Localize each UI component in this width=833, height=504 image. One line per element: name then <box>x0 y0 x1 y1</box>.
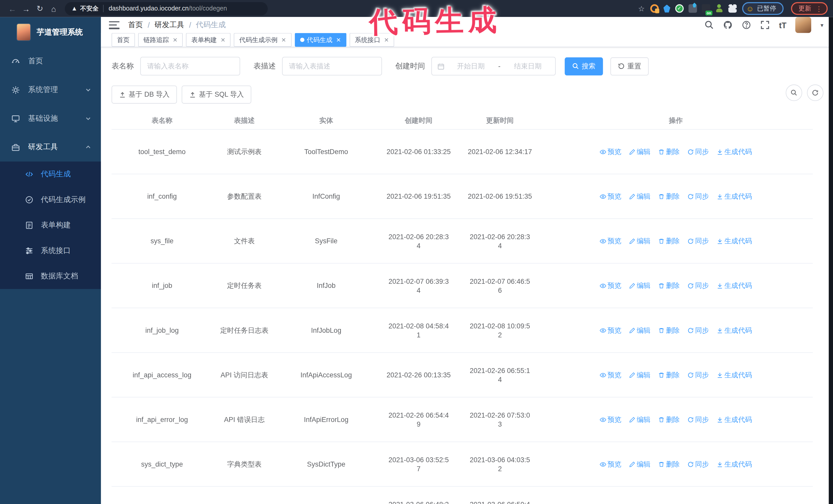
delete-link[interactable]: 删除 <box>658 415 680 424</box>
preview-link[interactable]: 预览 <box>599 281 621 290</box>
user-avatar[interactable] <box>795 17 811 33</box>
search-button[interactable]: 搜索 <box>565 57 603 75</box>
browser-scrollbar[interactable] <box>829 17 833 504</box>
sidebar-item-home[interactable]: 首页 <box>0 47 101 75</box>
sync-link[interactable]: 同步 <box>687 460 709 469</box>
close-icon[interactable]: ✕ <box>173 37 177 43</box>
ext-person-icon[interactable] <box>715 4 723 13</box>
sidebar-item-system-api[interactable]: 系统接口 <box>0 238 101 264</box>
fullscreen-icon[interactable] <box>760 20 770 30</box>
home-icon[interactable]: ⌂ <box>47 4 61 13</box>
refresh-table-button[interactable] <box>807 85 823 101</box>
table-desc-input[interactable]: 请输入表描述 <box>282 57 382 76</box>
trash-icon <box>658 416 664 423</box>
edit-link[interactable]: 编辑 <box>629 460 650 469</box>
delete-link[interactable]: 删除 <box>658 192 680 201</box>
edit-link[interactable]: 编辑 <box>629 370 650 379</box>
browser-update-button[interactable]: 更新 ⋮ <box>791 2 828 15</box>
delete-link[interactable]: 删除 <box>658 236 680 245</box>
import-db-button[interactable]: 基于 DB 导入 <box>112 86 177 103</box>
generate-code-link[interactable]: 生成代码 <box>716 192 752 201</box>
edit-link[interactable]: 编辑 <box>629 326 650 335</box>
github-icon[interactable] <box>723 20 733 30</box>
sidebar-logo[interactable]: 芋道管理系统 <box>0 17 101 47</box>
generate-code-link[interactable]: 生成代码 <box>716 236 752 245</box>
search-icon[interactable] <box>705 20 714 30</box>
sync-link[interactable]: 同步 <box>687 370 709 379</box>
bookmark-star-icon[interactable]: ☆ <box>638 4 645 13</box>
delete-link[interactable]: 删除 <box>658 281 680 290</box>
paused-badge[interactable]: ☺ 已暂停 <box>742 2 784 15</box>
preview-link[interactable]: 预览 <box>599 460 621 469</box>
date-range-picker[interactable]: 开始日期 - 结束日期 <box>431 57 556 76</box>
breadcrumb-home[interactable]: 首页 <box>128 20 143 30</box>
show-search-button[interactable] <box>786 85 802 101</box>
import-sql-button[interactable]: 基于 SQL 导入 <box>182 86 251 103</box>
preview-link[interactable]: 预览 <box>599 370 621 379</box>
ext-on-badge-icon[interactable] <box>701 4 710 13</box>
delete-link[interactable]: 删除 <box>658 460 680 469</box>
download-icon <box>716 238 723 244</box>
edit-link[interactable]: 编辑 <box>629 192 650 201</box>
sync-link[interactable]: 同步 <box>687 236 709 245</box>
preview-link[interactable]: 预览 <box>599 192 621 201</box>
sidebar-item-codegen-example[interactable]: 代码生成示例 <box>0 187 101 213</box>
edit-link[interactable]: 编辑 <box>629 281 650 290</box>
table-name-input[interactable]: 请输入表名称 <box>140 57 240 76</box>
close-icon[interactable]: ✕ <box>281 37 286 43</box>
forward-icon[interactable]: → <box>19 4 33 13</box>
url-bar[interactable]: ▲不安全 dashboard.yudao.iocoder.cn/tool/cod… <box>65 2 268 15</box>
sync-link[interactable]: 同步 <box>687 147 709 156</box>
close-icon[interactable]: ✕ <box>221 37 225 43</box>
sync-link[interactable]: 同步 <box>687 415 709 424</box>
sync-link[interactable]: 同步 <box>687 326 709 335</box>
upload-icon <box>119 91 126 98</box>
tab-home[interactable]: 首页 <box>112 33 135 47</box>
preview-link[interactable]: 预览 <box>599 236 621 245</box>
font-size-icon[interactable]: tT <box>779 21 786 29</box>
sidebar-item-db-doc[interactable]: 数据库文档 <box>0 264 101 289</box>
sync-link[interactable]: 同步 <box>687 281 709 290</box>
sync-link[interactable]: 同步 <box>687 192 709 201</box>
reset-button[interactable]: 重置 <box>611 57 649 75</box>
generate-code-link[interactable]: 生成代码 <box>716 147 752 156</box>
sidebar-item-codegen[interactable]: 代码生成 <box>0 162 101 187</box>
edit-link[interactable]: 编辑 <box>629 147 650 156</box>
preview-link[interactable]: 预览 <box>599 415 621 424</box>
security-warning[interactable]: ▲不安全 <box>71 5 99 13</box>
sidebar-item-infra[interactable]: 基础设施 <box>0 104 101 133</box>
preview-link[interactable]: 预览 <box>599 147 621 156</box>
ext-grid-icon[interactable] <box>688 4 697 13</box>
reload-icon[interactable]: ↻ <box>33 4 47 13</box>
sidebar-item-devtools[interactable]: 研发工具 <box>0 133 101 162</box>
edit-link[interactable]: 编辑 <box>629 236 650 245</box>
tab-tracing[interactable]: 链路追踪✕ <box>138 33 183 47</box>
edit-link[interactable]: 编辑 <box>629 415 650 424</box>
delete-link[interactable]: 删除 <box>658 370 680 379</box>
tab-codegen-example[interactable]: 代码生成示例✕ <box>234 33 291 47</box>
ext-orange-ring-icon[interactable] <box>650 4 659 13</box>
breadcrumb-devtools[interactable]: 研发工具 <box>154 20 184 30</box>
generate-code-link[interactable]: 生成代码 <box>716 281 752 290</box>
generate-code-link[interactable]: 生成代码 <box>716 326 752 335</box>
ext-puzzle-icon[interactable] <box>728 4 737 13</box>
browser-menu-icon[interactable]: ⋮ <box>815 5 823 13</box>
generate-code-link[interactable]: 生成代码 <box>716 415 752 424</box>
preview-link[interactable]: 预览 <box>599 326 621 335</box>
cell-actions: 预览 编辑 删除 同步 生成代码 <box>539 486 813 504</box>
ext-blue-gem-icon[interactable] <box>663 5 670 13</box>
hamburger-icon[interactable] <box>109 21 119 29</box>
close-icon[interactable]: ✕ <box>336 37 341 43</box>
delete-link[interactable]: 删除 <box>658 326 680 335</box>
generate-code-link[interactable]: 生成代码 <box>716 460 752 469</box>
help-icon[interactable] <box>742 20 751 30</box>
delete-link[interactable]: 删除 <box>658 147 680 156</box>
generate-code-link[interactable]: 生成代码 <box>716 370 752 379</box>
avatar-caret-icon[interactable]: ▾ <box>820 22 823 28</box>
tab-form-builder[interactable]: 表单构建✕ <box>186 33 231 47</box>
ext-green-check-icon[interactable]: ✓ <box>675 4 684 13</box>
sidebar-item-form-builder[interactable]: 表单构建 <box>0 213 101 238</box>
tab-codegen[interactable]: 代码生成✕ <box>295 33 347 47</box>
back-icon[interactable]: ← <box>5 4 19 13</box>
sidebar-item-system[interactable]: 系统管理 <box>0 75 101 104</box>
